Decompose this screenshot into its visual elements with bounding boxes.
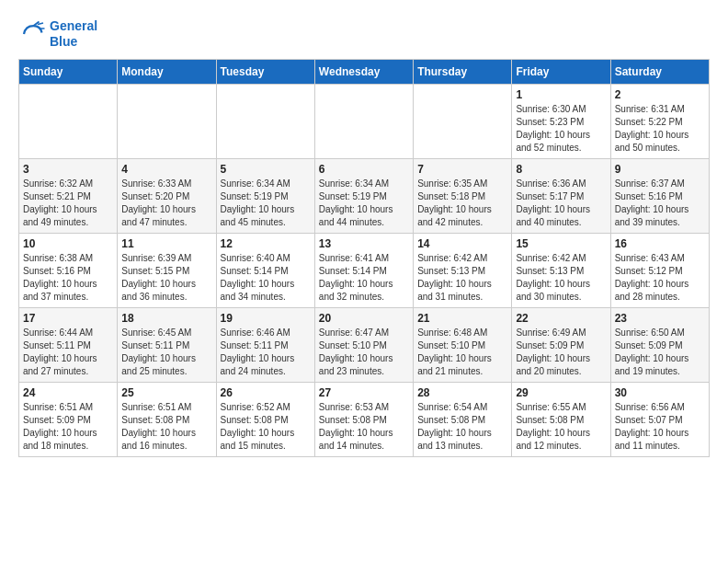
calendar-cell: 16Sunrise: 6:43 AMSunset: 5:12 PMDayligh… xyxy=(610,233,709,307)
day-number: 21 xyxy=(417,312,507,325)
calendar-cell: 18Sunrise: 6:45 AMSunset: 5:11 PMDayligh… xyxy=(118,307,216,382)
calendar-cell: 9Sunrise: 6:37 AMSunset: 5:16 PMDaylight… xyxy=(610,158,709,233)
day-number: 27 xyxy=(319,386,409,399)
calendar-cell: 4Sunrise: 6:33 AMSunset: 5:20 PMDaylight… xyxy=(118,158,216,233)
header-cell-sunday: Sunday xyxy=(19,59,118,84)
day-number: 8 xyxy=(516,163,606,176)
calendar-cell: 12Sunrise: 6:40 AMSunset: 5:14 PMDayligh… xyxy=(216,233,314,307)
day-number: 2 xyxy=(615,88,705,101)
logo-icon xyxy=(18,20,46,48)
calendar-cell xyxy=(19,84,118,158)
calendar-cell: 26Sunrise: 6:52 AMSunset: 5:08 PMDayligh… xyxy=(216,382,314,456)
day-info: Sunrise: 6:56 AMSunset: 5:07 PMDaylight:… xyxy=(615,401,705,453)
header-row: SundayMondayTuesdayWednesdayThursdayFrid… xyxy=(19,59,710,84)
day-info: Sunrise: 6:34 AMSunset: 5:19 PMDaylight:… xyxy=(319,178,409,229)
calendar-cell: 1Sunrise: 6:30 AMSunset: 5:23 PMDaylight… xyxy=(512,84,610,158)
day-info: Sunrise: 6:37 AMSunset: 5:16 PMDaylight:… xyxy=(615,178,705,229)
calendar-week-row: 17Sunrise: 6:44 AMSunset: 5:11 PMDayligh… xyxy=(19,307,710,382)
calendar-cell: 30Sunrise: 6:56 AMSunset: 5:07 PMDayligh… xyxy=(610,382,709,456)
day-info: Sunrise: 6:53 AMSunset: 5:08 PMDaylight:… xyxy=(319,401,409,453)
calendar-cell: 10Sunrise: 6:38 AMSunset: 5:16 PMDayligh… xyxy=(19,233,118,307)
day-number: 26 xyxy=(221,386,311,399)
calendar-cell: 23Sunrise: 6:50 AMSunset: 5:09 PMDayligh… xyxy=(610,307,709,382)
calendar-cell: 5Sunrise: 6:34 AMSunset: 5:19 PMDaylight… xyxy=(216,158,314,233)
day-number: 17 xyxy=(23,312,113,325)
calendar-cell xyxy=(118,84,216,158)
day-info: Sunrise: 6:42 AMSunset: 5:13 PMDaylight:… xyxy=(516,252,606,304)
day-info: Sunrise: 6:44 AMSunset: 5:11 PMDaylight:… xyxy=(23,327,113,378)
day-number: 7 xyxy=(417,163,507,176)
day-info: Sunrise: 6:49 AMSunset: 5:09 PMDaylight:… xyxy=(516,327,606,378)
day-info: Sunrise: 6:48 AMSunset: 5:10 PMDaylight:… xyxy=(417,327,507,378)
calendar-cell: 19Sunrise: 6:46 AMSunset: 5:11 PMDayligh… xyxy=(216,307,314,382)
calendar-week-row: 24Sunrise: 6:51 AMSunset: 5:09 PMDayligh… xyxy=(19,382,710,456)
day-number: 25 xyxy=(121,386,211,399)
day-info: Sunrise: 6:47 AMSunset: 5:10 PMDaylight:… xyxy=(319,327,409,378)
day-number: 12 xyxy=(221,237,311,250)
day-info: Sunrise: 6:41 AMSunset: 5:14 PMDaylight:… xyxy=(319,252,409,304)
calendar-cell: 3Sunrise: 6:32 AMSunset: 5:21 PMDaylight… xyxy=(19,158,118,233)
calendar-cell: 7Sunrise: 6:35 AMSunset: 5:18 PMDaylight… xyxy=(414,158,512,233)
day-number: 11 xyxy=(121,237,211,250)
calendar-cell xyxy=(314,84,413,158)
day-info: Sunrise: 6:40 AMSunset: 5:14 PMDaylight:… xyxy=(221,252,311,304)
day-info: Sunrise: 6:39 AMSunset: 5:15 PMDaylight:… xyxy=(121,252,211,304)
day-number: 30 xyxy=(615,386,705,399)
day-info: Sunrise: 6:46 AMSunset: 5:11 PMDaylight:… xyxy=(221,327,311,378)
logo-text: General Blue xyxy=(50,18,97,50)
header-cell-saturday: Saturday xyxy=(610,59,709,84)
day-number: 9 xyxy=(615,163,705,176)
calendar-cell: 28Sunrise: 6:54 AMSunset: 5:08 PMDayligh… xyxy=(414,382,512,456)
day-number: 23 xyxy=(615,312,705,325)
day-info: Sunrise: 6:45 AMSunset: 5:11 PMDaylight:… xyxy=(121,327,211,378)
calendar-cell: 15Sunrise: 6:42 AMSunset: 5:13 PMDayligh… xyxy=(512,233,610,307)
calendar-cell: 6Sunrise: 6:34 AMSunset: 5:19 PMDaylight… xyxy=(314,158,413,233)
calendar-cell: 29Sunrise: 6:55 AMSunset: 5:08 PMDayligh… xyxy=(512,382,610,456)
day-number: 1 xyxy=(516,88,606,101)
day-info: Sunrise: 6:31 AMSunset: 5:22 PMDaylight:… xyxy=(615,103,705,155)
day-number: 29 xyxy=(516,386,606,399)
calendar-cell: 8Sunrise: 6:36 AMSunset: 5:17 PMDaylight… xyxy=(512,158,610,233)
day-number: 6 xyxy=(319,163,409,176)
day-number: 5 xyxy=(221,163,311,176)
day-info: Sunrise: 6:34 AMSunset: 5:19 PMDaylight:… xyxy=(221,178,311,229)
day-number: 18 xyxy=(121,312,211,325)
day-number: 10 xyxy=(23,237,113,250)
day-number: 14 xyxy=(417,237,507,250)
day-number: 22 xyxy=(516,312,606,325)
calendar-cell: 24Sunrise: 6:51 AMSunset: 5:09 PMDayligh… xyxy=(19,382,118,456)
header-cell-thursday: Thursday xyxy=(414,59,512,84)
page-header: General Blue xyxy=(18,18,710,50)
calendar-cell: 27Sunrise: 6:53 AMSunset: 5:08 PMDayligh… xyxy=(314,382,413,456)
calendar-cell: 21Sunrise: 6:48 AMSunset: 5:10 PMDayligh… xyxy=(414,307,512,382)
day-info: Sunrise: 6:55 AMSunset: 5:08 PMDaylight:… xyxy=(516,401,606,453)
header-cell-wednesday: Wednesday xyxy=(314,59,413,84)
day-number: 28 xyxy=(417,386,507,399)
day-info: Sunrise: 6:43 AMSunset: 5:12 PMDaylight:… xyxy=(615,252,705,304)
day-info: Sunrise: 6:51 AMSunset: 5:09 PMDaylight:… xyxy=(23,401,113,453)
calendar-cell: 25Sunrise: 6:51 AMSunset: 5:08 PMDayligh… xyxy=(118,382,216,456)
day-info: Sunrise: 6:51 AMSunset: 5:08 PMDaylight:… xyxy=(121,401,211,453)
calendar-cell: 14Sunrise: 6:42 AMSunset: 5:13 PMDayligh… xyxy=(414,233,512,307)
calendar-cell: 22Sunrise: 6:49 AMSunset: 5:09 PMDayligh… xyxy=(512,307,610,382)
day-info: Sunrise: 6:32 AMSunset: 5:21 PMDaylight:… xyxy=(23,178,113,229)
calendar-header: SundayMondayTuesdayWednesdayThursdayFrid… xyxy=(19,59,710,84)
calendar-cell: 13Sunrise: 6:41 AMSunset: 5:14 PMDayligh… xyxy=(314,233,413,307)
calendar-cell: 17Sunrise: 6:44 AMSunset: 5:11 PMDayligh… xyxy=(19,307,118,382)
day-info: Sunrise: 6:52 AMSunset: 5:08 PMDaylight:… xyxy=(221,401,311,453)
day-number: 19 xyxy=(221,312,311,325)
day-number: 4 xyxy=(121,163,211,176)
day-number: 15 xyxy=(516,237,606,250)
header-cell-tuesday: Tuesday xyxy=(216,59,314,84)
calendar-cell: 11Sunrise: 6:39 AMSunset: 5:15 PMDayligh… xyxy=(118,233,216,307)
day-info: Sunrise: 6:35 AMSunset: 5:18 PMDaylight:… xyxy=(417,178,507,229)
calendar-table: SundayMondayTuesdayWednesdayThursdayFrid… xyxy=(18,59,710,457)
day-info: Sunrise: 6:50 AMSunset: 5:09 PMDaylight:… xyxy=(615,327,705,378)
day-info: Sunrise: 6:42 AMSunset: 5:13 PMDaylight:… xyxy=(417,252,507,304)
day-info: Sunrise: 6:36 AMSunset: 5:17 PMDaylight:… xyxy=(516,178,606,229)
calendar-cell xyxy=(216,84,314,158)
day-number: 24 xyxy=(23,386,113,399)
calendar-week-row: 10Sunrise: 6:38 AMSunset: 5:16 PMDayligh… xyxy=(19,233,710,307)
header-cell-friday: Friday xyxy=(512,59,610,84)
day-info: Sunrise: 6:38 AMSunset: 5:16 PMDaylight:… xyxy=(23,252,113,304)
